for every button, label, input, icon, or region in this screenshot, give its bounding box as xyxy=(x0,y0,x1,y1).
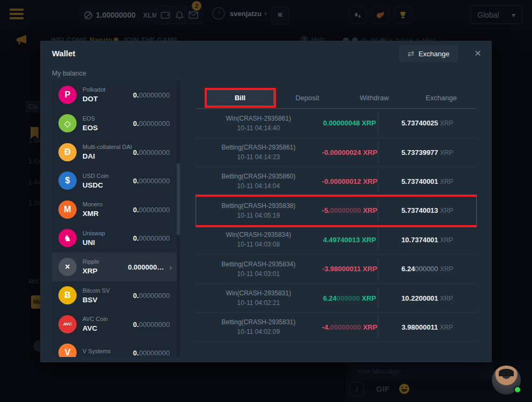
coin-balance: 0.00000000 xyxy=(133,91,170,99)
bill-filter-tab[interactable]: Withdraw xyxy=(341,87,408,108)
transaction-time: 10-11 04:05:19 xyxy=(196,211,321,220)
transaction-row: Win(CRASH-2935861) 10-11 04:14:40 0.0000… xyxy=(196,109,477,138)
coin-icon: × xyxy=(58,258,77,276)
transaction-balance: 3.98000011 XRP xyxy=(378,323,477,331)
coin-balance: 0.00000000 xyxy=(133,234,170,242)
coin-icon: V xyxy=(58,344,77,357)
coin-name: USD Coin xyxy=(83,173,109,179)
coin-icon: ♞ xyxy=(58,229,77,247)
transaction-title: Win(CRASH-2935834) xyxy=(196,230,321,240)
transaction-balance: 5.73740001 XRP xyxy=(378,177,477,185)
exchange-arrows-icon: ⇄ xyxy=(408,49,415,58)
bill-filter-tab-label: Deposit xyxy=(295,94,319,102)
exchange-button[interactable]: ⇄ Exchange xyxy=(399,45,458,62)
transactions-panel: Bill Deposit Withdraw Exchange Win(CRASH… xyxy=(196,66,477,71)
transaction-row: Win(CRASH-2935831) 10-11 04:02:21 6.2400… xyxy=(196,284,477,312)
transaction-title: Betting(CRASH-2935834) xyxy=(196,259,321,269)
coin-balance: 0.00000000 xyxy=(133,148,170,156)
coin-row[interactable]: $ USD Coin USDC 0.00000000 xyxy=(52,167,177,196)
coin-row[interactable]: Ƀ Bitcoin SV BSV 0.00000000 xyxy=(52,281,177,310)
wallet-modal: Wallet ⇄ Exchange × My balance P Polkado… xyxy=(40,41,492,362)
transaction-amount: 6.24000000 XRP xyxy=(321,294,378,302)
coin-ticker: DAI xyxy=(83,153,132,160)
coin-balance: 0.00000000 xyxy=(133,205,170,213)
transaction-amount: -4.00000000 XRP xyxy=(321,323,378,331)
transaction-amount: -0.00000012 XRP xyxy=(321,177,378,185)
coin-row[interactable]: V V Systems 0.00000000 xyxy=(52,339,177,358)
transaction-row: Betting(CRASH-2935834) 10-11 04:03:01 -3… xyxy=(196,255,477,284)
transaction-row: Betting(CRASH-2935838) 10-11 04:05:19 -5… xyxy=(196,196,477,225)
coin-row[interactable]: AVC AVC Coin AVC 0.00000000 xyxy=(52,310,177,339)
coin-icon: Ƀ xyxy=(58,286,77,304)
bill-filter-tab[interactable]: Bill xyxy=(207,87,274,108)
transaction-title: Win(CRASH-2935861) xyxy=(196,114,321,123)
coin-icon: M xyxy=(58,200,77,219)
bill-filter-tab-label: Withdraw xyxy=(359,94,388,102)
coin-row[interactable]: ◇ EOS EOS 0.00000000 xyxy=(52,109,177,138)
coin-ticker: EOS xyxy=(83,124,98,132)
coin-icon: AVC xyxy=(58,315,77,333)
coin-row[interactable]: M Monero XMR 0.00000000 xyxy=(52,195,177,224)
coin-name: Bitcoin SV xyxy=(83,288,110,294)
coin-ticker: USDC xyxy=(83,182,109,189)
transaction-title: Betting(CRASH-2935831) xyxy=(196,317,321,327)
coin-balance: 0.00000000 xyxy=(133,320,170,328)
wallet-tabs xyxy=(196,66,477,71)
coin-name: Monero xyxy=(83,202,102,207)
coin-ticker: XRP xyxy=(83,267,99,275)
close-icon[interactable]: × xyxy=(475,47,481,58)
bill-filter-tab[interactable]: Exchange xyxy=(408,87,475,108)
bill-filter-tab[interactable]: Deposit xyxy=(274,87,341,108)
bill-filter-tab-label: Bill xyxy=(207,90,274,106)
coin-balance: 0.00000000 xyxy=(133,177,170,185)
transaction-time: 10-11 04:02:09 xyxy=(196,327,321,337)
coin-ticker: XMR xyxy=(83,210,102,218)
transaction-amount: 0.00000048 XRP xyxy=(321,119,378,127)
coin-list: P Polkadot DOT 0.00000000 ◇ EOS EOS 0.00… xyxy=(52,80,177,357)
coin-icon: $ xyxy=(58,172,77,190)
transaction-time: 10-11 04:14:23 xyxy=(196,152,321,162)
coin-list-scrollbar xyxy=(177,80,180,357)
transaction-balance: 5.73740013 XRP xyxy=(378,206,477,214)
bill-filter-tab-label: Exchange xyxy=(426,94,457,102)
coin-name: Uniswap xyxy=(83,230,105,236)
coin-icon: Đ xyxy=(58,143,77,161)
transaction-time: 10-11 04:03:01 xyxy=(196,269,321,279)
transaction-balance: 10.7374001 XRP xyxy=(378,236,477,244)
transaction-time: 10-11 04:14:40 xyxy=(196,123,321,133)
scrollbar-thumb[interactable] xyxy=(177,163,180,235)
transaction-time: 10-11 04:14:04 xyxy=(196,181,321,191)
transaction-amount: 4.49740013 XRP xyxy=(321,236,378,244)
transaction-amount: -3.98000011 XRP xyxy=(321,265,378,273)
coin-icon: ◇ xyxy=(58,114,77,132)
coin-row[interactable]: Đ Multi-collateral DAI DAI 0.00000000 xyxy=(52,138,177,167)
transaction-title: Win(CRASH-2935831) xyxy=(196,288,321,298)
support-avatar[interactable] xyxy=(492,366,521,394)
coin-name: EOS xyxy=(83,116,98,122)
transaction-row: Win(CRASH-2935834) 10-11 04:03:08 4.4974… xyxy=(196,226,477,255)
transaction-row: Betting(CRASH-2935860) 10-11 04:14:04 -0… xyxy=(196,167,477,196)
coin-balance: 0.00000000 xyxy=(133,292,170,300)
my-balance-label: My balance xyxy=(52,70,86,77)
online-status-dot xyxy=(514,386,521,393)
coin-ticker: AVC xyxy=(83,325,108,332)
coin-icon: P xyxy=(58,86,77,104)
coin-row[interactable]: ♞ Uniswap UNI 0.00000000 xyxy=(52,224,177,253)
coin-ticker: DOT xyxy=(83,95,106,103)
coin-row[interactable]: P Polkadot DOT 0.00000000 xyxy=(52,80,177,109)
coin-balance: 0.00000000 xyxy=(133,349,170,357)
transaction-title: Betting(CRASH-2935838) xyxy=(196,201,321,211)
bill-filter-tabs: Bill Deposit Withdraw Exchange xyxy=(196,87,477,109)
transaction-amount: -0.00000024 XRP xyxy=(321,148,378,157)
coin-ticker: BSV xyxy=(83,296,110,304)
coin-ticker: UNI xyxy=(83,239,105,247)
transaction-row: Betting(CRASH-2935861) 10-11 04:14:23 -0… xyxy=(196,138,477,167)
transaction-row: Betting(CRASH-2935831) 10-11 04:02:09 -4… xyxy=(196,313,477,342)
transaction-balance: 10.2200001 XRP xyxy=(378,294,477,302)
coin-name: Polkadot xyxy=(83,87,106,93)
transaction-balance: 5.73739977 XRP xyxy=(378,148,477,157)
coin-name: AVC Coin xyxy=(83,316,108,322)
transaction-amount: -5.00000000 XRP xyxy=(321,206,378,214)
coin-row[interactable]: × Ripple XRP 0.000000… › xyxy=(52,252,177,281)
transaction-time: 10-11 04:03:08 xyxy=(196,240,321,249)
